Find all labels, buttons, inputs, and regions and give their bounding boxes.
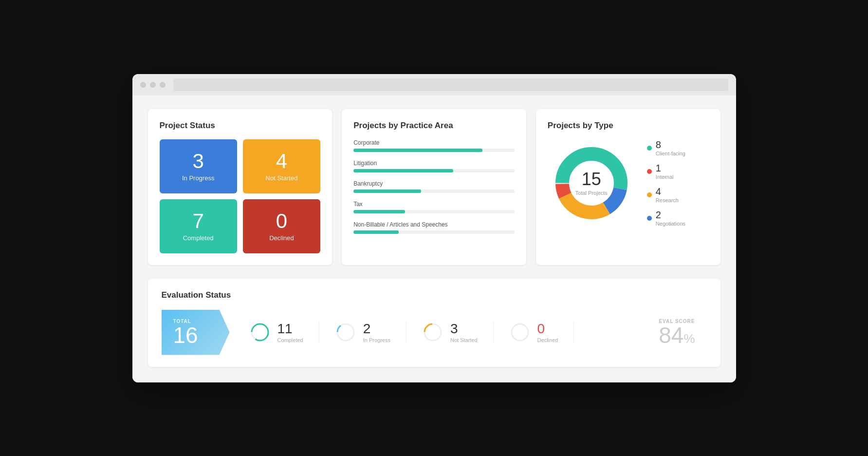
bar-litigation-fill — [353, 169, 453, 172]
svg-point-11 — [512, 324, 528, 341]
eval-row: TOTAL 16 11 Completed — [162, 310, 707, 355]
browser-window: Project Status 3 In Progress 4 Not Start… — [132, 74, 736, 382]
eval-completed-label: Completed — [277, 337, 303, 343]
bar-tax-fill — [353, 210, 405, 213]
type-card-inner: 15 Total Projects 8 Client-facing — [548, 139, 709, 227]
bar-corporate-label: Corporate — [353, 139, 515, 146]
legend-internal-label: Internal — [656, 174, 674, 180]
bar-nonbillable-label: Non-Billable / Articles and Speeches — [353, 221, 515, 228]
eval-stat-not-started-text: 3 Not Started — [450, 322, 478, 343]
bar-tax-label: Tax — [353, 201, 515, 208]
legend-research-info: 4 Research — [656, 187, 679, 203]
legend-client-facing-count: 8 — [656, 140, 685, 150]
eval-declined-number: 0 — [537, 322, 558, 336]
eval-total: TOTAL 16 — [162, 310, 230, 355]
eval-declined-label: Declined — [537, 337, 558, 343]
legend-negotiations-count: 2 — [656, 210, 685, 220]
in-progress-circle-icon — [335, 322, 356, 343]
eval-stat-declined: 0 Declined — [494, 322, 574, 343]
completed-circle-icon — [249, 322, 271, 343]
legend-dot-client-facing — [647, 146, 652, 151]
donut-center: 15 Total Projects — [575, 171, 608, 196]
browser-dot-yellow — [150, 82, 156, 88]
donut-total-label: Total Projects — [575, 190, 608, 196]
legend-dot-negotiations — [647, 216, 652, 221]
browser-urlbar[interactable] — [173, 78, 728, 91]
browser-content: Project Status 3 In Progress 4 Not Start… — [132, 95, 736, 382]
eval-stats: 11 Completed 2 In Progress — [234, 319, 707, 346]
not-started-label: Not Started — [266, 174, 298, 182]
legend-client-facing-info: 8 Client-facing — [656, 140, 685, 156]
eval-score-percent: % — [683, 331, 695, 346]
evaluation-status-title: Evaluation Status — [162, 290, 707, 300]
legend-negotiations-info: 2 Negotiations — [656, 210, 685, 227]
eval-score-number: 84% — [659, 324, 695, 346]
projects-by-type-title: Projects by Type — [548, 121, 709, 131]
status-tile-not-started[interactable]: 4 Not Started — [243, 139, 320, 193]
project-status-title: Project Status — [160, 121, 321, 131]
bar-nonbillable-fill — [353, 230, 399, 234]
legend-client-facing: 8 Client-facing — [647, 140, 685, 156]
projects-by-type-card: Projects by Type — [536, 109, 720, 265]
cards-row: Project Status 3 In Progress 4 Not Start… — [148, 109, 720, 265]
status-tile-in-progress[interactable]: 3 In Progress — [160, 139, 237, 193]
bar-corporate: Corporate — [353, 139, 515, 152]
eval-stat-declined-text: 0 Declined — [537, 322, 558, 343]
legend-negotiations: 2 Negotiations — [647, 210, 685, 227]
status-tile-completed[interactable]: 7 Completed — [160, 199, 237, 253]
bar-corporate-track — [353, 149, 515, 152]
declined-number: 0 — [276, 211, 287, 231]
eval-score-value: 84 — [659, 323, 683, 348]
status-grid: 3 In Progress 4 Not Started 7 Completed … — [160, 139, 321, 253]
declined-circle-icon — [509, 322, 531, 343]
browser-dot-red — [140, 82, 146, 88]
bar-litigation-label: Litigation — [353, 160, 515, 167]
eval-stat-not-started: 3 Not Started — [406, 322, 494, 343]
legend-dot-internal — [647, 169, 652, 174]
eval-total-label: TOTAL — [173, 319, 212, 324]
legend-research-label: Research — [656, 197, 679, 203]
bar-nonbillable: Non-Billable / Articles and Speeches — [353, 221, 515, 234]
eval-not-started-label: Not Started — [450, 337, 478, 343]
bar-bankruptcy: Bankruptcy — [353, 180, 515, 193]
bar-litigation-track — [353, 169, 515, 172]
bar-nonbillable-track — [353, 230, 515, 234]
legend-client-facing-label: Client-facing — [656, 151, 685, 156]
evaluation-status-card: Evaluation Status TOTAL 16 11 — [148, 279, 720, 367]
legend-internal-count: 1 — [656, 163, 674, 173]
bar-bankruptcy-label: Bankruptcy — [353, 180, 515, 187]
donut-chart: 15 Total Projects — [548, 139, 635, 227]
legend-internal: 1 Internal — [647, 163, 685, 180]
eval-not-started-number: 3 — [450, 322, 478, 336]
eval-in-progress-number: 2 — [363, 322, 390, 336]
status-tile-declined[interactable]: 0 Declined — [243, 199, 320, 253]
eval-stat-completed-text: 11 Completed — [277, 322, 303, 343]
bar-bankruptcy-track — [353, 190, 515, 193]
eval-score: EVAL SCORE 84% — [643, 319, 706, 346]
bar-tax: Tax — [353, 201, 515, 213]
legend-research: 4 Research — [647, 187, 685, 203]
in-progress-number: 3 — [192, 151, 203, 171]
legend-internal-info: 1 Internal — [656, 163, 674, 180]
bar-list: Corporate Litigation Bankruptcy — [353, 139, 515, 234]
donut-total-number: 15 — [575, 171, 608, 188]
bar-corporate-fill — [353, 149, 482, 152]
eval-total-number: 16 — [173, 324, 212, 346]
in-progress-label: In Progress — [182, 174, 214, 182]
type-legend: 8 Client-facing 1 Internal — [647, 140, 685, 227]
completed-number: 7 — [192, 211, 203, 231]
bar-litigation: Litigation — [353, 160, 515, 172]
practice-area-card: Projects by Practice Area Corporate Liti… — [342, 109, 526, 265]
bar-tax-track — [353, 210, 515, 213]
project-status-card: Project Status 3 In Progress 4 Not Start… — [148, 109, 332, 265]
practice-area-title: Projects by Practice Area — [353, 121, 515, 131]
declined-label: Declined — [269, 234, 294, 242]
browser-dot-green — [160, 82, 166, 88]
bar-bankruptcy-fill — [353, 190, 421, 193]
eval-in-progress-label: In Progress — [363, 337, 390, 343]
eval-completed-number: 11 — [277, 322, 303, 336]
browser-toolbar — [132, 74, 736, 95]
completed-label: Completed — [183, 234, 214, 242]
legend-research-count: 4 — [656, 187, 679, 196]
not-started-circle-icon — [422, 322, 443, 343]
